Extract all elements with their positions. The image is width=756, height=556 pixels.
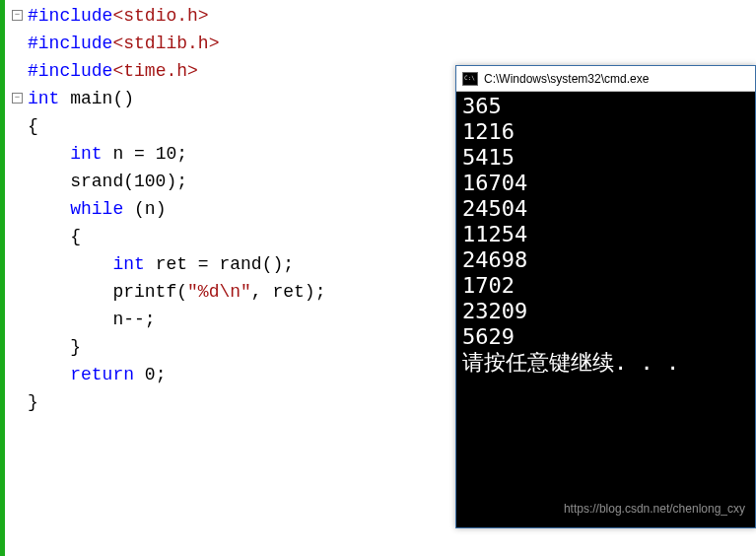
code-line[interactable]: int ret = rand(); [28, 250, 325, 278]
cmd-icon [462, 72, 478, 86]
cmd-output-line: 5629 [462, 324, 749, 350]
cmd-title: C:\Windows\system32\cmd.exe [484, 72, 649, 86]
cmd-output-line: 24698 [462, 247, 749, 273]
code-line[interactable]: int n = 10; [28, 140, 325, 168]
code-content[interactable]: #include<stdio.h>#include<stdlib.h>#incl… [26, 0, 333, 556]
code-line[interactable]: } [28, 388, 325, 416]
code-line[interactable]: while (n) [28, 195, 325, 223]
watermark: https://blog.csdn.net/chenlong_cxy [564, 496, 745, 521]
code-line[interactable]: #include<stdio.h> [28, 2, 325, 30]
code-line[interactable]: n--; [28, 306, 325, 333]
code-line[interactable]: return 0; [28, 361, 325, 388]
code-line[interactable]: srand(100); [28, 168, 325, 195]
cmd-output-line: 365 [462, 94, 749, 119]
code-line[interactable]: int main() [28, 85, 325, 112]
code-line[interactable]: #include<stdlib.h> [28, 30, 325, 57]
fold-toggle[interactable] [12, 10, 23, 21]
code-line[interactable]: printf("%d\n", ret); [28, 278, 325, 306]
cmd-output-line: 5415 [462, 145, 749, 171]
code-line[interactable]: } [28, 333, 325, 361]
cmd-output-line: 23209 [462, 299, 749, 324]
code-line[interactable]: #include<time.h> [28, 57, 325, 85]
cmd-output-line: 24504 [462, 196, 749, 222]
cmd-output-line: 1216 [462, 119, 749, 145]
cmd-output-line: 16704 [462, 171, 749, 196]
editor-gutter [0, 0, 26, 556]
cmd-window: C:\Windows\system32\cmd.exe 365121654151… [455, 65, 756, 528]
code-line[interactable]: { [28, 112, 325, 140]
cmd-output-line: 请按任意键继续. . . [462, 350, 749, 376]
cmd-output[interactable]: 3651216541516704245041125424698170223209… [456, 92, 755, 527]
code-line[interactable]: { [28, 223, 325, 250]
cmd-titlebar[interactable]: C:\Windows\system32\cmd.exe [456, 66, 755, 92]
cmd-output-line: 11254 [462, 222, 749, 247]
cmd-output-line: 1702 [462, 273, 749, 299]
fold-toggle[interactable] [12, 93, 23, 104]
